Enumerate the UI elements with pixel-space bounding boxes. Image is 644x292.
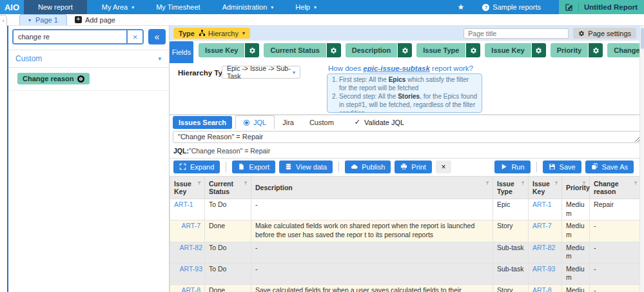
- add-page-button[interactable]: + Add page: [75, 14, 115, 25]
- view-data-button[interactable]: View data: [279, 161, 333, 173]
- issue-key-link[interactable]: ART-82: [529, 242, 562, 263]
- app-logo[interactable]: AIO: [0, 0, 24, 14]
- tab-custom[interactable]: Custom: [302, 115, 342, 129]
- field-chip-issue-type[interactable]: Issue Type: [416, 43, 480, 57]
- column-header-issue-type[interactable]: Issue Type: [493, 177, 529, 199]
- issue-type-cell: Sub-task: [493, 263, 529, 284]
- field-chip-gear-icon[interactable]: [245, 43, 259, 57]
- field-chip-priority[interactable]: Priority: [551, 43, 603, 57]
- save-as-button[interactable]: Save As: [585, 161, 634, 173]
- field-chip-issue-key[interactable]: Issue Key: [199, 43, 259, 57]
- change-reason-cell: -: [590, 263, 641, 284]
- expand-icon: [179, 163, 186, 170]
- filter-icon[interactable]: [243, 180, 248, 186]
- issue-key-link[interactable]: ART-82: [170, 242, 205, 263]
- chip-gear-icon[interactable]: [77, 75, 84, 83]
- nav-item-my-timesheet[interactable]: My Timesheet: [145, 0, 211, 14]
- export-button[interactable]: Export: [232, 161, 275, 173]
- issue-key-link[interactable]: ART-93: [529, 263, 562, 284]
- issue-key-link[interactable]: ART-7: [170, 220, 205, 242]
- edit-report-icon[interactable]: [565, 3, 573, 12]
- divider: [338, 162, 339, 172]
- nav-item-administration[interactable]: Administration▾: [211, 0, 285, 14]
- field-chip-gear-icon[interactable]: [466, 43, 480, 57]
- column-header-priority[interactable]: Priority: [562, 177, 590, 199]
- tab-jira[interactable]: Jira: [275, 115, 302, 129]
- validate-jql-button[interactable]: ✓ Validate JQL: [355, 118, 404, 126]
- filter-icon[interactable]: [485, 180, 490, 186]
- issue-key-link[interactable]: ART-1: [529, 199, 562, 220]
- cloud-icon: [351, 163, 358, 170]
- field-chip-gear-icon[interactable]: [327, 43, 341, 57]
- field-chip-gear-icon[interactable]: [398, 43, 412, 57]
- expand-button[interactable]: Expand: [173, 161, 220, 173]
- scrollbar-thumb[interactable]: [641, 28, 644, 49]
- status-cell: Done: [205, 220, 251, 242]
- column-header-label: Issue Key: [174, 180, 191, 195]
- field-chip-change-reason[interactable]: Change reason: [17, 73, 90, 84]
- chevron-down-icon: ▾: [242, 30, 245, 36]
- issue-key-link[interactable]: ART-8: [170, 285, 205, 292]
- nav-item-help[interactable]: Help▾: [284, 0, 327, 14]
- issue-key-link[interactable]: ART-7: [529, 220, 562, 242]
- content-area: × « Custom ▾ Change reason Type Hierarch…: [0, 26, 644, 292]
- filter-icon[interactable]: [520, 180, 525, 186]
- clear-search-icon[interactable]: ×: [126, 30, 142, 43]
- field-chip-current-status[interactable]: Current Status: [264, 43, 340, 57]
- column-header-change-reason[interactable]: Change reason: [590, 177, 641, 199]
- save-button[interactable]: Save: [543, 161, 581, 173]
- report-main-panel: Type Hierarchy ▾ Page settings Fields Is…: [170, 26, 644, 292]
- change-reason-cell: -: [590, 242, 641, 263]
- publish-button[interactable]: Publish: [345, 161, 391, 173]
- sample-reports-link[interactable]: ? Sample reports: [482, 0, 541, 14]
- field-chip-gear-icon[interactable]: [589, 43, 603, 57]
- close-button[interactable]: ×: [436, 161, 451, 173]
- column-header-label: Current Status: [209, 180, 233, 195]
- nav-item-new-report[interactable]: New report: [24, 0, 87, 14]
- tab-fields[interactable]: Fields: [170, 41, 193, 63]
- report-title: Untitled Report: [584, 3, 638, 11]
- section-label: Custom: [15, 54, 42, 63]
- tab-jql[interactable]: JQL: [235, 115, 275, 129]
- field-chip-issue-key[interactable]: Issue Key: [485, 43, 545, 57]
- table-row-art-82: ART-82To Do-Sub-taskART-82Medium-: [170, 242, 641, 263]
- file-icon: [238, 163, 245, 170]
- collapse-sidebar-button[interactable]: «: [148, 29, 166, 44]
- field-chip-label: Issue Key: [199, 43, 244, 57]
- hierarchy-type-select[interactable]: Epic -> Issue -> Sub-Task ▾: [222, 66, 300, 79]
- favorite-star-icon[interactable]: ★: [458, 0, 465, 14]
- filter-icon[interactable]: [633, 180, 638, 186]
- run-button[interactable]: Run: [494, 161, 530, 173]
- jql-query-textarea[interactable]: [173, 131, 641, 143]
- filter-icon[interactable]: [554, 180, 559, 186]
- vertical-scrollbar[interactable]: [639, 26, 644, 292]
- column-header-issue-key[interactable]: Issue Key: [529, 177, 562, 199]
- page-settings-label: Page settings: [588, 30, 631, 37]
- field-chip-description[interactable]: Description: [346, 43, 413, 57]
- field-chip-gear-icon[interactable]: [532, 43, 546, 57]
- print-button[interactable]: Print: [395, 161, 432, 173]
- field-search-input[interactable]: [14, 30, 126, 43]
- column-header-issue-key[interactable]: Issue Key: [170, 177, 205, 199]
- nav-item-my-area[interactable]: My Area▾: [91, 0, 145, 14]
- filter-icon[interactable]: [581, 180, 587, 186]
- field-chip-label: Current Status: [264, 43, 326, 57]
- sidebar-section-custom[interactable]: Custom ▾: [8, 50, 169, 68]
- page-title-input[interactable]: [463, 28, 569, 39]
- hierarchy-help-link[interactable]: How does epic-issue-subtask report work?: [328, 64, 473, 72]
- tab-page-1[interactable]: ▾ Page 1: [19, 14, 67, 25]
- issue-key-link[interactable]: ART-1: [170, 199, 205, 220]
- report-type-button[interactable]: Type Hierarchy ▾: [173, 28, 250, 39]
- column-header-description[interactable]: Description: [251, 177, 493, 199]
- issues-search-button[interactable]: Issues Search: [173, 116, 232, 129]
- issue-key-link[interactable]: ART-8: [529, 285, 562, 292]
- field-chips-strip: Issue KeyCurrent StatusDescriptionIssue …: [199, 43, 644, 57]
- field-chip-change-reason[interactable]: Change reason: [607, 43, 644, 57]
- page-settings-button[interactable]: Page settings: [573, 28, 636, 39]
- filter-icon[interactable]: [197, 180, 202, 186]
- description-cell: Make calculated fields work on shared re…: [251, 220, 493, 242]
- description-cell: Save calculated fields for when a user s…: [251, 285, 493, 292]
- column-header-current-status[interactable]: Current Status: [205, 177, 251, 199]
- sidebar-chip-row: Change reason: [8, 68, 169, 91]
- issue-key-link[interactable]: ART-93: [170, 263, 205, 284]
